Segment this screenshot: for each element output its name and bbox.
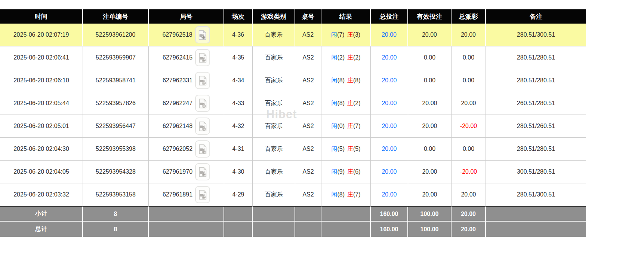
cell-total-payout: 0.00 <box>452 138 486 161</box>
col-time: 时间 <box>0 9 83 24</box>
cell-remark: 280.51/300.51 <box>486 183 586 206</box>
cell-total-payout: 20.00 <box>452 92 486 115</box>
video-file-icon <box>198 76 207 86</box>
cell-empty <box>253 222 295 237</box>
video-file-icon <box>198 121 207 131</box>
total-total-payout: 20.00 <box>452 222 486 237</box>
cell-empty <box>295 222 321 237</box>
col-total-bet: 总投注 <box>371 9 408 24</box>
cell-table-no: AS2 <box>295 92 321 115</box>
video-replay-button[interactable] <box>195 140 210 158</box>
player-result-score: (8) <box>337 100 345 106</box>
cell-time: 2025-06-20 02:04:30 <box>0 138 83 161</box>
table-row: 2025-06-20 02:04:05 522593954328 6279619… <box>0 161 586 183</box>
cell-time: 2025-06-20 02:05:44 <box>0 92 83 115</box>
table-row: 2025-06-20 02:06:10 522593958741 6279623… <box>0 69 586 92</box>
cell-bet-id: 522593958741 <box>83 69 149 92</box>
cell-session: 4-32 <box>224 115 253 138</box>
player-result-label: 闲 <box>331 31 337 38</box>
total-label: 总计 <box>0 222 83 237</box>
cell-round-id: 627962052 <box>149 138 224 161</box>
cell-empty <box>253 206 295 222</box>
video-replay-button[interactable] <box>195 118 210 135</box>
table-row: 2025-06-20 02:05:44 522593957826 6279622… <box>0 92 586 115</box>
cell-game-type: 百家乐 <box>253 161 295 183</box>
cell-table-no: AS2 <box>295 24 321 46</box>
cell-time: 2025-06-20 02:06:41 <box>0 46 83 69</box>
banker-result-score: (8) <box>353 77 361 83</box>
video-replay-button[interactable] <box>195 186 210 203</box>
cell-total-bet: 20.00 <box>371 92 408 115</box>
round-id-value: 627962518 <box>162 31 192 38</box>
video-replay-button[interactable] <box>195 95 210 112</box>
cell-total-payout: -20.00 <box>452 115 486 138</box>
player-result-label: 闲 <box>331 100 337 106</box>
banker-result-score: (7) <box>353 123 361 129</box>
video-replay-button[interactable] <box>195 26 210 43</box>
cell-session: 4-33 <box>224 92 253 115</box>
col-table-no: 桌号 <box>295 9 321 24</box>
banker-result-score: (3) <box>353 31 361 38</box>
banker-result-label: 庄 <box>347 123 353 129</box>
cell-bet-id: 522593954328 <box>83 161 149 183</box>
cell-total-bet: 20.00 <box>371 183 408 206</box>
table-row: 2025-06-20 02:03:32 522593953158 6279618… <box>0 183 586 206</box>
cell-result: 闲(8)庄(7) <box>321 183 371 206</box>
cell-remark: 300.51/280.51 <box>486 161 586 183</box>
cell-empty <box>486 222 586 237</box>
cell-total-bet: 20.00 <box>371 115 408 138</box>
col-game-type: 游戏类别 <box>253 9 295 24</box>
cell-game-type: 百家乐 <box>253 92 295 115</box>
banker-result-score: (2) <box>353 100 361 106</box>
subtotal-label: 小计 <box>0 206 83 222</box>
player-result-label: 闲 <box>331 77 337 83</box>
round-id-value: 627962331 <box>163 77 192 84</box>
cell-total-payout: 0.00 <box>452 46 486 69</box>
player-result-label: 闲 <box>331 123 337 129</box>
cell-bet-id: 522593961200 <box>83 24 149 46</box>
banker-result-label: 庄 <box>347 191 353 198</box>
video-replay-button[interactable] <box>195 49 210 66</box>
player-result-label: 闲 <box>331 146 337 152</box>
cell-valid-bet: 20.00 <box>408 183 452 206</box>
cell-valid-bet: 0.00 <box>408 138 452 161</box>
player-result-score: (0) <box>337 123 345 129</box>
player-result-score: (7) <box>337 31 345 38</box>
player-result-score: (8) <box>337 77 345 83</box>
cell-valid-bet: 20.00 <box>408 92 452 115</box>
cell-empty <box>149 206 224 222</box>
video-file-icon <box>198 144 207 154</box>
subtotal-valid-bet: 100.00 <box>408 206 452 222</box>
cell-table-no: AS2 <box>295 115 321 138</box>
banker-result-label: 庄 <box>347 100 353 106</box>
col-round-id: 局号 <box>149 9 224 24</box>
cell-remark: 280.51/280.51 <box>486 46 586 69</box>
cell-valid-bet: 0.00 <box>408 69 452 92</box>
round-id-value: 627962052 <box>163 146 192 152</box>
round-id-value: 627961891 <box>163 191 192 198</box>
cell-bet-id: 522593953158 <box>83 183 149 206</box>
table-row: 2025-06-20 02:06:41 522593959907 6279624… <box>0 46 586 69</box>
col-result: 结果 <box>321 9 371 24</box>
cell-round-id: 627962247 <box>149 92 224 115</box>
cell-table-no: AS2 <box>295 69 321 92</box>
cell-valid-bet: 20.00 <box>408 115 452 138</box>
header-row: 时间 注单编号 局号 场次 游戏类别 桌号 结果 总投注 有效投注 总派彩 备注 <box>0 9 586 24</box>
cell-bet-id: 522593956447 <box>83 115 149 138</box>
video-replay-button[interactable] <box>195 163 210 180</box>
video-file-icon <box>198 98 207 109</box>
round-id-value: 627961970 <box>163 168 192 175</box>
col-bet-id: 注单编号 <box>83 9 149 24</box>
cell-result: 闲(0)庄(7) <box>321 115 371 138</box>
cell-total-payout: -20.00 <box>452 161 486 183</box>
banker-result-label: 庄 <box>347 168 353 175</box>
video-replay-button[interactable] <box>195 72 210 89</box>
cell-bet-id: 522593957826 <box>83 92 149 115</box>
cell-total-bet: 20.00 <box>371 46 408 69</box>
table-summary: 小计 8 160.00 100.00 20.00 总计 8 160.00 100… <box>0 206 586 237</box>
total-count: 8 <box>83 222 149 237</box>
cell-session: 4-30 <box>224 161 253 183</box>
cell-result: 闲(8)庄(8) <box>321 69 371 92</box>
cell-total-bet: 20.00 <box>371 24 408 46</box>
subtotal-row: 小计 8 160.00 100.00 20.00 <box>0 206 586 222</box>
